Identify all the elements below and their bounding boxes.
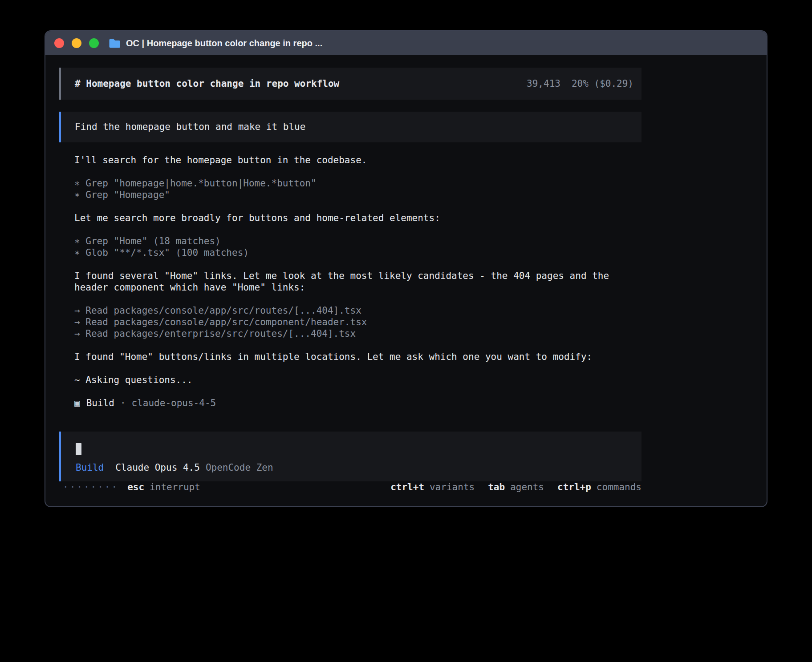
session-stats: 39,413 20% ($0.29) (527, 78, 633, 89)
tool-call: → Read packages/console/app/src/routes/[… (74, 305, 641, 316)
activity-dots: ········ (63, 481, 118, 493)
activity-status: ~ Asking questions... (74, 374, 641, 386)
assistant-text: I'll search for the homepage button in t… (74, 154, 641, 166)
agent-icon: ▣ (74, 397, 80, 409)
token-count: 39,413 (527, 78, 560, 89)
shortcut-commands: ctrl+p commands (557, 481, 641, 493)
tool-call: ∗ Grep "homepage|home.*button|Home.*butt… (74, 178, 641, 189)
shortcut-interrupt: esc interrupt (127, 481, 200, 493)
traffic-lights (54, 38, 99, 48)
close-button[interactable] (54, 38, 64, 48)
status-bar: ········ esc interrupt ctrl+t variants t… (59, 481, 641, 493)
shortcut-label: interrupt (150, 481, 200, 493)
user-message-text: Find the homepage button and make it blu… (75, 121, 305, 132)
tool-call: ∗ Glob "**/*.tsx" (100 matches) (74, 247, 641, 258)
status-right: ctrl+t variants tab agents ctrl+p comman… (390, 481, 641, 493)
terminal-window: OC | Homepage button color change in rep… (45, 30, 767, 507)
agent-model: claude-opus-4-5 (132, 397, 216, 409)
shortcut-key: ctrl+p (557, 481, 591, 493)
shortcut-variants: ctrl+t variants (390, 481, 475, 493)
text-cursor (76, 443, 81, 455)
shortcut-label: commands (597, 481, 641, 493)
desktop-background: OC | Homepage button color change in rep… (0, 0, 812, 662)
window-title: OC | Homepage button color change in rep… (126, 38, 322, 48)
prompt-input[interactable]: Build Claude Opus 4.5 OpenCode Zen (59, 432, 641, 481)
window-titlebar[interactable]: OC | Homepage button color change in rep… (45, 31, 767, 55)
tool-call: ∗ Grep "Homepage" (74, 189, 641, 201)
shortcut-key: ctrl+t (390, 481, 424, 493)
assistant-text: I found several "Home" links. Let me loo… (74, 270, 641, 293)
agent-name: Build (86, 397, 114, 409)
shortcut-key: esc (127, 481, 144, 493)
session-title: # Homepage button color change in repo w… (75, 78, 339, 89)
assistant-text: I found "Home" buttons/links in multiple… (74, 351, 641, 363)
shortcut-label: variants (430, 481, 475, 493)
folder-icon (109, 38, 121, 48)
terminal-content: # Homepage button color change in repo w… (45, 55, 641, 506)
shortcut-label: agents (510, 481, 544, 493)
provider-label: OpenCode Zen (206, 462, 273, 473)
shortcut-agents: tab agents (488, 481, 544, 493)
tool-call: → Read packages/enterprise/src/routes/[.… (74, 328, 641, 339)
input-footer: Build Claude Opus 4.5 OpenCode Zen (76, 462, 641, 473)
minimize-button[interactable] (72, 38, 81, 48)
shortcut-key: tab (488, 481, 505, 493)
session-header: # Homepage button color change in repo w… (59, 68, 641, 100)
conversation: I'll search for the homepage button in t… (59, 142, 641, 420)
agent-badge: ▣ Build · claude-opus-4-5 (74, 397, 641, 409)
context-usage: 20% ($0.29) (572, 78, 633, 89)
assistant-text: Let me search more broadly for buttons a… (74, 212, 641, 224)
user-message: Find the homepage button and make it blu… (59, 112, 641, 142)
status-left: ········ esc interrupt (59, 481, 200, 493)
zoom-button[interactable] (89, 38, 99, 48)
tool-call: ∗ Grep "Home" (18 matches) (74, 235, 641, 247)
model-label: Claude Opus 4.5 (115, 462, 200, 473)
agent-mode-label: Build (76, 462, 104, 473)
tool-call: → Read packages/console/app/src/componen… (74, 316, 641, 328)
agent-separator: · (120, 397, 126, 409)
